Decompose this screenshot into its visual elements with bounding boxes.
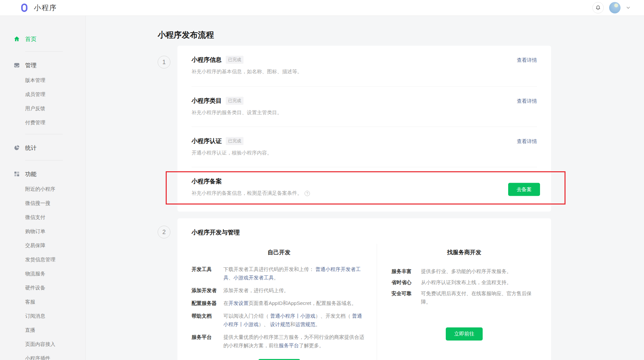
vendor-development-header: 找服务商开发 <box>391 249 537 256</box>
sidebar-item-manage[interactable]: 管理 <box>0 61 85 70</box>
dev-row-text: 可以阅读入门介绍（ 普通小程序丨小游戏）、开发文档（ 普通小程序丨小游戏）、 设… <box>223 312 367 328</box>
dev-row-label: 服务丰富 <box>391 267 421 275</box>
pie-chart-icon <box>13 144 20 151</box>
view-details-link[interactable]: 查看详情 <box>517 57 537 63</box>
dev-row-label: 添加开发者 <box>192 286 223 295</box>
dev-row-label: 省时省心 <box>391 278 421 286</box>
view-details-link[interactable]: 查看详情 <box>517 138 537 145</box>
sidebar-item-features[interactable]: 功能 <box>0 170 85 178</box>
sidebar-item-statistics[interactable]: 统计 <box>0 143 85 152</box>
row-description: 补充小程序的基本信息，如名称、图标、描述等。 <box>192 69 537 75</box>
sidebar-subitem-hardware-devices[interactable]: 硬件设备 <box>0 285 85 291</box>
row-title: 小程序信息 <box>192 56 222 64</box>
text-link[interactable]: 运营规范 <box>295 321 315 327</box>
self-development-header: 自己开发 <box>192 249 367 256</box>
sidebar-subitem-shopping-orders[interactable]: 购物订单 <box>0 228 85 235</box>
sidebar-subitem-member-management[interactable]: 成员管理 <box>0 91 85 98</box>
sidebar-item-home[interactable]: 首页 <box>0 35 85 43</box>
vendor-development-column: 找服务商开发 服务丰富提供多行业、多功能的小程序开发服务。省时省心从小程序认证到… <box>377 244 551 360</box>
sidebar-subitem-wechat-pay[interactable]: 微信支付 <box>0 214 85 221</box>
row-title: 小程序认证 <box>192 137 222 145</box>
text-link[interactable]: 服务平台 <box>279 343 299 348</box>
dev-row-label: 配置服务器 <box>192 299 223 307</box>
release-step-row-miniprogram-certification: 小程序认证已完成开通小程序认证，核验小程序内容。查看详情 <box>177 127 551 167</box>
sidebar-subitem-paid-management[interactable]: 付费管理 <box>0 120 85 126</box>
dev-row-text: 可免费试用后再支付、在线客服响应、官方售后保障。 <box>421 289 537 306</box>
sidebar-subitem-user-feedback[interactable]: 用户反馈 <box>0 105 85 112</box>
release-step-row-miniprogram-beian: 小程序备案补充小程序的备案信息，检测是否满足备案条件。?去备案 <box>177 167 551 212</box>
row-title: 小程序类目 <box>192 97 222 105</box>
page-title: 小程序发布流程 <box>158 30 644 40</box>
user-avatar[interactable] <box>609 2 621 13</box>
go-now-button[interactable]: 立即前往 <box>446 327 483 341</box>
sidebar-item-label: 管理 <box>25 61 37 69</box>
step-1-section: 1 小程序信息已完成补充小程序的基本信息，如名称、图标、描述等。查看详情小程序类… <box>158 46 551 212</box>
sidebar-subitem-live-streaming[interactable]: 直播 <box>0 327 85 333</box>
dev-row-text: 在开发设置页面查看AppID和AppSecret，配置服务器域名。 <box>223 299 367 307</box>
sidebar-subitem-nearby-miniprogram[interactable]: 附近的小程序 <box>0 186 85 192</box>
sidebar-subitem-transaction-guarantee[interactable]: 交易保障 <box>0 242 85 249</box>
step-2-section: 2 小程序开发与管理 自己开发 开发工具下载开发者工具进行代码的开发和上传： 普… <box>158 218 551 360</box>
text-link[interactable]: 普通小程序丨小游戏 <box>270 313 315 319</box>
home-icon <box>13 36 20 42</box>
main-content: 小程序发布流程 1 小程序信息已完成补充小程序的基本信息，如名称、图标、描述等。… <box>86 16 644 360</box>
brand: 小程序 <box>18 2 57 13</box>
development-card: 小程序开发与管理 自己开发 开发工具下载开发者工具进行代码的开发和上传： 普通小… <box>177 218 551 360</box>
sidebar-item-label: 功能 <box>25 170 37 178</box>
release-step-row-miniprogram-category: 小程序类目已完成补充小程序的服务类目、设置主管类目。查看详情 <box>177 87 551 127</box>
step-2-number: 2 <box>158 226 170 238</box>
text-link[interactable]: 设计规范 <box>270 321 290 327</box>
release-step-row-miniprogram-info: 小程序信息已完成补充小程序的基本信息，如名称、图标、描述等。查看详情 <box>177 46 551 87</box>
text-link[interactable]: 开发设置 <box>228 300 249 306</box>
top-header: 小程序 <box>0 0 644 16</box>
red-annotation-box <box>166 171 566 205</box>
dev-row-time-saving: 省时省心从小程序认证到发布上线，全流程支持。 <box>391 278 537 286</box>
row-description: 补充小程序的服务类目、设置主管类目。 <box>192 109 537 116</box>
view-details-link[interactable]: 查看详情 <box>517 98 537 104</box>
dev-row-add-developer: 添加开发者添加开发者，进行代码上传。 <box>192 286 367 295</box>
dev-row-help-docs: 帮助文档可以阅读入门介绍（ 普通小程序丨小游戏）、开发文档（ 普通小程序丨小游戏… <box>192 312 367 328</box>
sidebar-subitem-wechat-search[interactable]: 微信搜一搜 <box>0 200 85 207</box>
row-title: 小程序备案 <box>192 177 222 185</box>
dev-row-label: 帮助文档 <box>192 312 223 328</box>
sidebar-subitem-version-management[interactable]: 版本管理 <box>0 77 85 84</box>
notification-bell-icon[interactable] <box>592 2 604 13</box>
dev-row-label: 服务平台 <box>192 333 223 350</box>
dev-row-rich-services: 服务丰富提供多行业、多功能的小程序开发服务。 <box>391 267 537 275</box>
sidebar: 首页 管理版本管理成员管理用户反馈付费管理 统计 功能附近的小程序微信搜一搜微信… <box>0 16 86 360</box>
sidebar-subitem-logistics-services[interactable]: 物流服务 <box>0 271 85 277</box>
dev-row-label: 开发工具 <box>192 265 223 282</box>
dev-row-text: 添加开发者，进行代码上传。 <box>223 286 367 295</box>
dev-row-service-platform: 服务平台提供大量优质的小程序第三方服务，为不同行业的商家提供合适的小程序解决方案… <box>192 333 367 350</box>
step-1-number: 1 <box>158 56 170 69</box>
sidebar-subitem-subscribe-messages[interactable]: 订阅消息 <box>0 313 85 319</box>
dev-row-safe-reliable: 安全可靠可免费试用后再支付、在线客服响应、官方售后保障。 <box>391 289 537 306</box>
dev-row-text: 从小程序认证到发布上线，全流程支持。 <box>421 278 537 286</box>
self-development-column: 自己开发 开发工具下载开发者工具进行代码的开发和上传： 普通小程序开发者工具、小… <box>177 244 377 360</box>
development-card-title: 小程序开发与管理 <box>177 218 551 236</box>
inbox-icon <box>13 62 20 69</box>
status-badge: 已完成 <box>226 137 244 145</box>
grid-icon <box>13 171 20 177</box>
sidebar-item-label: 统计 <box>25 144 37 152</box>
sidebar-item-label: 首页 <box>25 35 37 43</box>
release-steps-card: 小程序信息已完成补充小程序的基本信息，如名称、图标、描述等。查看详情小程序类目已… <box>177 46 551 212</box>
dev-row-text: 提供大量优质的小程序第三方服务，为不同行业的商家提供合适的小程序解决方案，前往服… <box>223 333 367 350</box>
dev-row-configure-server: 配置服务器在开发设置页面查看AppID和AppSecret，配置服务器域名。 <box>192 299 367 307</box>
help-question-icon[interactable]: ? <box>305 191 310 196</box>
sidebar-subitem-miniprogram-plugins[interactable]: 小程序插件 <box>0 355 85 360</box>
dev-row-label: 安全可靠 <box>391 289 421 306</box>
chevron-down-icon[interactable] <box>626 5 631 10</box>
sidebar-subitem-page-content-access[interactable]: 页面内容接入 <box>0 341 85 348</box>
row-description: 开通小程序认证，核验小程序内容。 <box>192 150 537 156</box>
dev-row-text: 提供多行业、多功能的小程序开发服务。 <box>421 267 537 275</box>
sidebar-subitem-customer-service[interactable]: 客服 <box>0 299 85 305</box>
miniprogram-logo-icon <box>18 2 30 13</box>
text-link[interactable]: 小游戏开发者工具 <box>233 275 274 280</box>
app-title: 小程序 <box>34 3 57 12</box>
dev-row-dev-tools: 开发工具下载开发者工具进行代码的开发和上传： 普通小程序开发者工具、小游戏开发者… <box>192 265 367 282</box>
sidebar-subitem-shipping-info-management[interactable]: 发货信息管理 <box>0 257 85 263</box>
status-badge: 已完成 <box>226 97 244 105</box>
status-badge: 已完成 <box>226 56 244 64</box>
go-beian-button[interactable]: 去备案 <box>508 183 540 196</box>
